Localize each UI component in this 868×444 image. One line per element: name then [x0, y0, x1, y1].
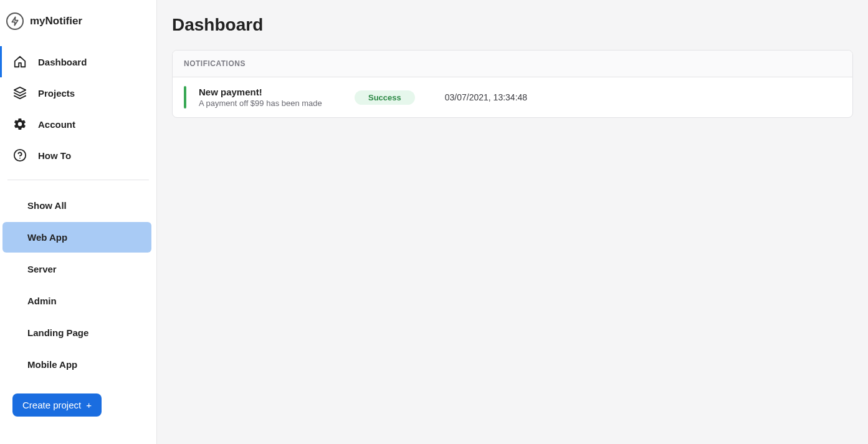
project-item-mobile[interactable]: Mobile App [2, 349, 151, 380]
nav-label: Account [38, 119, 75, 130]
main-nav: Dashboard Projects Account How To [0, 42, 156, 175]
nav-item-howto[interactable]: How To [0, 140, 156, 171]
project-list: Show All Web App Server Admin Landing Pa… [0, 185, 156, 385]
nav-item-projects[interactable]: Projects [0, 77, 156, 109]
notification-row[interactable]: New payment! A payment off $99 has been … [173, 77, 852, 117]
project-item-admin[interactable]: Admin [2, 286, 151, 316]
nav-item-account[interactable]: Account [0, 109, 156, 140]
notification-description: A payment off $99 has been made [199, 99, 342, 108]
project-item-server[interactable]: Server [2, 254, 151, 284]
brand-logo-icon [6, 12, 24, 30]
notifications-card: NOTIFICATIONS New payment! A payment off… [172, 50, 853, 118]
notification-timestamp: 03/07/2021, 13:34:48 [445, 92, 527, 102]
brand-area: myNotifier [0, 7, 156, 42]
nav-item-dashboard[interactable]: Dashboard [0, 46, 156, 77]
project-item-label: Landing Page [27, 327, 88, 338]
brand-name: myNotifier [30, 15, 82, 27]
project-item-label: Mobile App [27, 359, 77, 370]
sidebar: myNotifier Dashboard Projects Account Ho [0, 0, 157, 444]
status-badge: Success [355, 90, 415, 105]
project-item-label: Show All [27, 200, 67, 211]
project-item-label: Admin [27, 296, 57, 306]
layers-icon [13, 86, 27, 100]
nav-label: How To [38, 150, 71, 161]
project-item-label: Web App [27, 232, 67, 243]
help-icon [13, 148, 27, 162]
create-project-button[interactable]: Create project + [12, 393, 102, 417]
create-project-wrap: Create project + [0, 385, 156, 425]
nav-divider [7, 180, 149, 180]
svg-marker-0 [14, 87, 26, 93]
project-item-landing[interactable]: Landing Page [2, 317, 151, 348]
nav-label: Dashboard [38, 57, 87, 67]
home-icon [13, 55, 27, 69]
status-indicator-bar [184, 86, 186, 109]
notification-title: New payment! [199, 87, 342, 97]
project-item-webapp[interactable]: Web App [2, 222, 151, 253]
notification-text: New payment! A payment off $99 has been … [199, 87, 342, 108]
project-item-label: Server [27, 264, 57, 274]
gear-icon [13, 117, 27, 131]
notifications-card-header: NOTIFICATIONS [173, 51, 852, 77]
project-item-showall[interactable]: Show All [2, 190, 151, 221]
create-project-label: Create project [22, 400, 81, 410]
nav-label: Projects [38, 88, 75, 99]
main-content: Dashboard NOTIFICATIONS New payment! A p… [157, 0, 868, 444]
page-title: Dashboard [172, 15, 853, 35]
plus-icon: + [86, 400, 92, 410]
